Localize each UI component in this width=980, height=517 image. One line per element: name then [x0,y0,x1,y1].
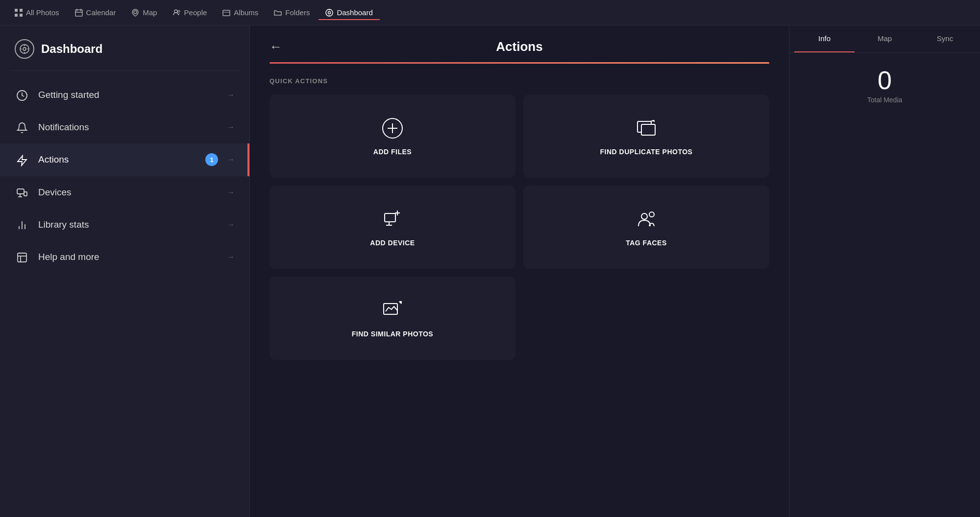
nav-folders[interactable]: Folders [267,5,317,20]
library-stats-chevron: → [227,220,235,229]
actions-title: Actions [292,39,747,54]
tab-map[interactable]: Map [855,25,915,52]
svg-rect-31 [18,253,26,262]
dashboard-header-icon [15,39,34,59]
action-card-find-duplicate[interactable]: FIND DUPLICATE PHOTOS [523,94,769,178]
nav-folders-label: Folders [285,8,310,17]
sidebar-item-devices-label: Devices [38,187,218,198]
svg-rect-2 [15,14,18,17]
back-button[interactable]: ← [270,39,282,54]
nav-all-photos[interactable]: All Photos [8,5,66,20]
devices-chevron: → [227,188,235,197]
actions-badge: 1 [205,153,218,166]
tag-faces-icon [636,208,657,230]
add-device-icon [382,208,403,230]
sidebar-title: Dashboard [41,42,102,56]
nav-calendar[interactable]: Calendar [68,5,123,20]
svg-rect-38 [641,124,655,135]
nav-people-label: People [184,8,207,17]
right-panel-content: 0 Total Media [789,53,980,118]
main-layout: Dashboard Getting started → [0,25,980,517]
tab-info[interactable]: Info [794,25,855,52]
dashboard-icon [325,8,333,17]
svg-point-10 [178,10,180,12]
library-stats-icon [15,218,29,231]
svg-rect-4 [75,10,82,16]
svg-point-14 [328,12,331,14]
sidebar-item-notifications[interactable]: Notifications → [0,111,249,143]
find-duplicate-label: FIND DUPLICATE PHOTOS [600,148,693,156]
calendar-icon [75,8,83,17]
nav-dashboard[interactable]: Dashboard [318,5,379,20]
nav-map[interactable]: Map [124,5,164,20]
nav-all-photos-label: All Photos [26,8,59,17]
total-media-label: Total Media [867,96,903,104]
svg-rect-42 [385,213,395,222]
nav-calendar-label: Calendar [86,8,116,17]
tab-sync[interactable]: Sync [915,25,975,52]
right-panel: Info Map Sync 0 Total Media [789,25,980,517]
quick-actions-grid: ADD FILES FIND DUPLICATE PHOTOS [270,94,769,360]
sidebar-item-notifications-label: Notifications [38,122,218,133]
actions-icon [15,153,29,166]
actions-chevron: → [227,155,235,164]
sidebar-items: Getting started → Notifications → [0,71,249,281]
find-duplicate-icon [636,117,657,139]
svg-point-9 [174,10,177,13]
nav-people[interactable]: People [166,5,214,20]
svg-point-48 [649,212,654,217]
add-files-label: ADD FILES [373,148,412,156]
action-card-add-device[interactable]: ADD DEVICE [270,186,515,269]
sidebar-item-getting-started-label: Getting started [38,90,218,100]
sidebar-item-actions[interactable]: Actions 1 → [0,143,249,176]
notifications-icon [15,121,29,134]
svg-point-47 [641,213,647,219]
svg-rect-27 [24,192,27,196]
sidebar: Dashboard Getting started → [0,25,250,517]
action-card-add-files[interactable]: ADD FILES [270,94,515,178]
action-card-tag-faces[interactable]: TAG FACES [523,186,769,269]
devices-icon [15,186,29,199]
map-icon [131,8,139,17]
top-nav: All Photos Calendar Map [0,0,980,25]
total-media-number: 0 [878,68,892,93]
folders-icon [274,8,282,17]
find-similar-label: FIND SIMILAR PHOTOS [352,330,433,338]
sidebar-item-library-stats-label: Library stats [38,219,218,230]
nav-dashboard-label: Dashboard [337,8,372,17]
sidebar-header: Dashboard [0,25,249,70]
quick-actions-label: QUICK ACTIONS [270,77,769,85]
svg-rect-11 [223,10,230,16]
tag-faces-label: TAG FACES [626,239,667,247]
getting-started-icon [15,89,29,101]
sidebar-item-devices[interactable]: Devices → [0,176,249,209]
svg-point-13 [326,9,333,16]
sidebar-item-library-stats[interactable]: Library stats → [0,209,249,241]
svg-rect-1 [20,9,23,12]
help-icon [15,251,29,263]
nav-map-label: Map [143,8,157,17]
add-files-icon [382,117,403,139]
sidebar-item-getting-started[interactable]: Getting started → [0,79,249,111]
svg-rect-0 [15,9,18,12]
sidebar-item-help[interactable]: Help and more → [0,241,249,273]
add-device-label: ADD DEVICE [370,239,415,247]
action-card-find-similar[interactable]: FIND SIMILAR PHOTOS [270,277,515,360]
nav-albums-label: Albums [234,8,258,17]
notifications-chevron: → [227,123,235,132]
svg-point-18 [23,47,26,50]
quick-actions-section: QUICK ACTIONS ADD FILES [250,64,789,517]
svg-rect-3 [20,14,23,17]
svg-rect-24 [17,189,24,194]
sidebar-item-actions-label: Actions [38,154,196,165]
svg-point-8 [134,11,137,14]
albums-icon [222,8,230,17]
help-chevron: → [227,253,235,261]
actions-header: ← Actions [250,25,789,54]
content-area: ← Actions QUICK ACTIONS ADD FILES [250,25,789,517]
nav-albums[interactable]: Albums [216,5,265,20]
find-similar-icon [382,299,403,321]
grid-icon [15,8,23,17]
getting-started-chevron: → [227,91,235,99]
people-icon [173,8,181,17]
